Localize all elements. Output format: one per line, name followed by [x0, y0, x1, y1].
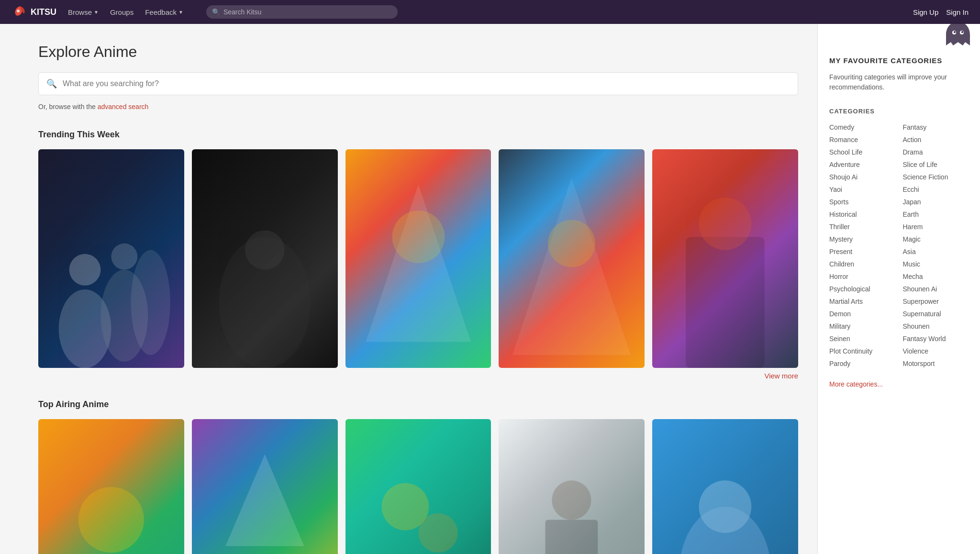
top-airing-card-3[interactable]	[345, 419, 491, 554]
category-item[interactable]: Horror	[829, 272, 895, 281]
category-item[interactable]: Harem	[903, 222, 969, 232]
category-item[interactable]: Violence	[903, 346, 969, 356]
svg-point-4	[69, 254, 101, 286]
svg-point-11	[548, 220, 595, 267]
category-item[interactable]: Plot Continuity	[829, 346, 895, 356]
category-item[interactable]: Sports	[829, 197, 895, 207]
category-item[interactable]: Psychological	[829, 284, 895, 294]
category-item[interactable]: Japan	[903, 197, 969, 207]
svg-point-9	[392, 211, 445, 263]
category-item[interactable]: Science Fiction	[903, 172, 969, 182]
trending-card-2[interactable]	[192, 149, 338, 368]
auth-buttons: Sign Up Sign In	[913, 8, 969, 16]
svg-point-19	[418, 513, 457, 553]
groups-link[interactable]: Groups	[110, 8, 134, 16]
nav-search-input[interactable]	[206, 5, 398, 19]
category-item[interactable]: Present	[829, 247, 895, 256]
page-container: Explore Anime 🔍 Or, browse with the adva…	[0, 24, 980, 554]
signup-link[interactable]: Sign Up	[913, 8, 938, 16]
category-item[interactable]: Motorsport	[903, 359, 969, 368]
fav-categories-title: MY FAVOURITE CATEGORIES	[829, 56, 969, 65]
category-item[interactable]: Children	[829, 259, 895, 269]
view-more-trending: View more	[38, 372, 798, 380]
category-item[interactable]: Comedy	[829, 122, 895, 132]
category-item[interactable]: Yaoi	[829, 185, 895, 194]
category-item[interactable]: School Life	[829, 147, 895, 157]
svg-rect-21	[546, 520, 598, 554]
main-content: Explore Anime 🔍 Or, browse with the adva…	[0, 24, 817, 554]
category-item[interactable]: Romance	[829, 135, 895, 144]
nav-search-container: 🔍	[206, 5, 902, 19]
browse-link[interactable]: Browse ▼	[68, 8, 99, 16]
more-categories-link[interactable]: More categories...	[829, 380, 883, 388]
svg-point-5	[111, 244, 137, 270]
top-airing-title: Top Airing Anime	[38, 399, 798, 410]
categories-grid: ComedyFantasyRomanceActionSchool LifeDra…	[829, 122, 969, 368]
signin-link[interactable]: Sign In	[946, 8, 969, 16]
category-item[interactable]: Earth	[903, 210, 969, 219]
category-item[interactable]: Shounen Ai	[903, 284, 969, 294]
navigation: KITSU Browse ▼ Groups Feedback ▼ 🔍 Sign …	[0, 0, 980, 24]
svg-point-13	[699, 198, 752, 250]
fav-description: Favouriting categories will improve your…	[829, 72, 969, 92]
svg-point-3	[131, 250, 170, 355]
category-item[interactable]: Adventure	[829, 160, 895, 169]
category-item[interactable]: Thriller	[829, 222, 895, 232]
trending-card-3[interactable]	[345, 149, 491, 368]
category-item[interactable]: Superpower	[903, 297, 969, 306]
nav-search-icon: 🔍	[212, 8, 220, 16]
svg-point-24	[699, 480, 752, 533]
top-airing-card-5[interactable]	[652, 419, 798, 554]
trending-title: Trending This Week	[38, 130, 798, 140]
category-item[interactable]: Fantasy World	[903, 334, 969, 343]
top-airing-card-1[interactable]	[38, 419, 184, 554]
top-airing-grid	[38, 419, 798, 554]
view-more-link[interactable]: View more	[764, 372, 798, 380]
category-item[interactable]: Demon	[829, 309, 895, 319]
category-item[interactable]: Mystery	[829, 234, 895, 244]
page-title: Explore Anime	[38, 43, 798, 61]
logo[interactable]: KITSU	[11, 4, 56, 20]
top-airing-card-4[interactable]	[499, 419, 645, 554]
main-search-bar: 🔍	[38, 72, 798, 95]
category-item[interactable]: Historical	[829, 210, 895, 219]
trending-card-5[interactable]	[652, 149, 798, 368]
top-airing-card-2[interactable]	[192, 419, 338, 554]
category-item[interactable]: Supernatural	[903, 309, 969, 319]
category-item[interactable]: Military	[829, 321, 895, 331]
svg-point-22	[552, 480, 591, 520]
main-search-input[interactable]	[63, 79, 790, 88]
svg-point-0	[17, 10, 20, 12]
category-item[interactable]: Shounen	[903, 321, 969, 331]
category-item[interactable]: Magic	[903, 234, 969, 244]
trending-card-1[interactable]	[38, 149, 184, 368]
svg-point-14	[78, 487, 144, 553]
category-item[interactable]: Ecchi	[903, 185, 969, 194]
category-item[interactable]: Asia	[903, 247, 969, 256]
category-item[interactable]: Shoujo Ai	[829, 172, 895, 182]
category-item[interactable]: Martial Arts	[829, 297, 895, 306]
category-item[interactable]: Parody	[829, 359, 895, 368]
svg-point-28	[961, 31, 963, 33]
svg-point-27	[954, 31, 956, 33]
category-item[interactable]: Slice of Life	[903, 160, 969, 169]
ghost-icon	[944, 19, 972, 48]
category-item[interactable]: Mecha	[903, 272, 969, 281]
trending-grid	[38, 149, 798, 368]
feedback-link[interactable]: Feedback ▼	[145, 8, 183, 16]
category-item[interactable]: Action	[903, 135, 969, 144]
sidebar: MY FAVOURITE CATEGORIES Favouriting cate…	[817, 24, 980, 554]
browse-chevron-icon: ▼	[94, 10, 99, 15]
browse-hint: Or, browse with the advanced search	[38, 103, 798, 111]
category-item[interactable]: Music	[903, 259, 969, 269]
feedback-chevron-icon: ▼	[178, 10, 183, 15]
search-icon: 🔍	[46, 78, 57, 89]
category-item[interactable]: Drama	[903, 147, 969, 157]
categories-label: CATEGORIES	[829, 108, 969, 115]
category-item[interactable]: Seinen	[829, 334, 895, 343]
category-item[interactable]: Fantasy	[903, 122, 969, 132]
trending-card-4[interactable]	[499, 149, 645, 368]
svg-point-7	[245, 230, 284, 269]
advanced-search-link[interactable]: advanced search	[98, 103, 149, 111]
svg-marker-16	[225, 454, 304, 546]
